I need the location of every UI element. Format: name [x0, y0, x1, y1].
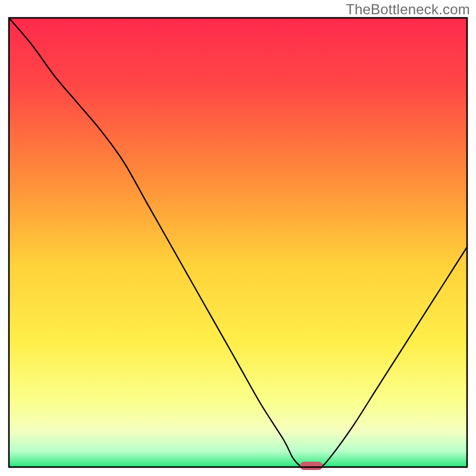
optimal-marker [300, 462, 322, 470]
plot-background [9, 18, 467, 467]
watermark-label: TheBottleneck.com [346, 1, 470, 18]
bottleneck-chart [0, 0, 476, 476]
chart-canvas: TheBottleneck.com [0, 0, 476, 476]
